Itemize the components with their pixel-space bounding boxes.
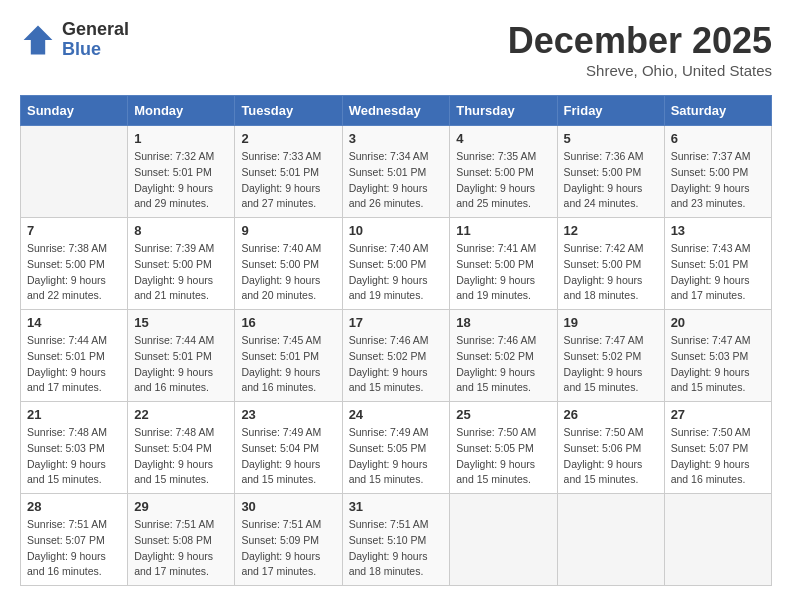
logo: General Blue — [20, 20, 129, 60]
day-info: Sunrise: 7:48 AMSunset: 5:03 PMDaylight:… — [27, 425, 121, 488]
day-number: 13 — [671, 223, 765, 238]
calendar-cell: 7Sunrise: 7:38 AMSunset: 5:00 PMDaylight… — [21, 218, 128, 310]
day-number: 14 — [27, 315, 121, 330]
day-number: 5 — [564, 131, 658, 146]
day-number: 12 — [564, 223, 658, 238]
day-number: 28 — [27, 499, 121, 514]
calendar-cell: 1Sunrise: 7:32 AMSunset: 5:01 PMDaylight… — [128, 126, 235, 218]
calendar-cell: 28Sunrise: 7:51 AMSunset: 5:07 PMDayligh… — [21, 494, 128, 586]
day-number: 18 — [456, 315, 550, 330]
calendar-cell: 10Sunrise: 7:40 AMSunset: 5:00 PMDayligh… — [342, 218, 450, 310]
day-number: 22 — [134, 407, 228, 422]
day-info: Sunrise: 7:46 AMSunset: 5:02 PMDaylight:… — [349, 333, 444, 396]
calendar-week-row: 1Sunrise: 7:32 AMSunset: 5:01 PMDaylight… — [21, 126, 772, 218]
day-number: 27 — [671, 407, 765, 422]
weekday-header-wednesday: Wednesday — [342, 96, 450, 126]
day-info: Sunrise: 7:51 AMSunset: 5:08 PMDaylight:… — [134, 517, 228, 580]
calendar-cell: 29Sunrise: 7:51 AMSunset: 5:08 PMDayligh… — [128, 494, 235, 586]
day-info: Sunrise: 7:43 AMSunset: 5:01 PMDaylight:… — [671, 241, 765, 304]
calendar-cell: 8Sunrise: 7:39 AMSunset: 5:00 PMDaylight… — [128, 218, 235, 310]
calendar-cell: 22Sunrise: 7:48 AMSunset: 5:04 PMDayligh… — [128, 402, 235, 494]
calendar-table: SundayMondayTuesdayWednesdayThursdayFrid… — [20, 95, 772, 586]
day-info: Sunrise: 7:47 AMSunset: 5:03 PMDaylight:… — [671, 333, 765, 396]
day-info: Sunrise: 7:38 AMSunset: 5:00 PMDaylight:… — [27, 241, 121, 304]
day-info: Sunrise: 7:35 AMSunset: 5:00 PMDaylight:… — [456, 149, 550, 212]
day-number: 7 — [27, 223, 121, 238]
day-info: Sunrise: 7:37 AMSunset: 5:00 PMDaylight:… — [671, 149, 765, 212]
day-info: Sunrise: 7:51 AMSunset: 5:09 PMDaylight:… — [241, 517, 335, 580]
calendar-cell: 26Sunrise: 7:50 AMSunset: 5:06 PMDayligh… — [557, 402, 664, 494]
logo-line1: General — [62, 20, 129, 40]
day-number: 23 — [241, 407, 335, 422]
weekday-header-row: SundayMondayTuesdayWednesdayThursdayFrid… — [21, 96, 772, 126]
day-info: Sunrise: 7:50 AMSunset: 5:06 PMDaylight:… — [564, 425, 658, 488]
calendar-cell: 6Sunrise: 7:37 AMSunset: 5:00 PMDaylight… — [664, 126, 771, 218]
day-number: 31 — [349, 499, 444, 514]
calendar-cell: 18Sunrise: 7:46 AMSunset: 5:02 PMDayligh… — [450, 310, 557, 402]
calendar-cell: 17Sunrise: 7:46 AMSunset: 5:02 PMDayligh… — [342, 310, 450, 402]
weekday-header-friday: Friday — [557, 96, 664, 126]
day-number: 24 — [349, 407, 444, 422]
calendar-cell: 4Sunrise: 7:35 AMSunset: 5:00 PMDaylight… — [450, 126, 557, 218]
day-info: Sunrise: 7:50 AMSunset: 5:05 PMDaylight:… — [456, 425, 550, 488]
calendar-cell: 21Sunrise: 7:48 AMSunset: 5:03 PMDayligh… — [21, 402, 128, 494]
location: Shreve, Ohio, United States — [508, 62, 772, 79]
day-number: 4 — [456, 131, 550, 146]
day-number: 3 — [349, 131, 444, 146]
title-block: December 2025 Shreve, Ohio, United State… — [508, 20, 772, 79]
page-header: General Blue December 2025 Shreve, Ohio,… — [20, 20, 772, 79]
day-number: 9 — [241, 223, 335, 238]
day-info: Sunrise: 7:40 AMSunset: 5:00 PMDaylight:… — [241, 241, 335, 304]
weekday-header-tuesday: Tuesday — [235, 96, 342, 126]
calendar-cell — [21, 126, 128, 218]
calendar-cell: 25Sunrise: 7:50 AMSunset: 5:05 PMDayligh… — [450, 402, 557, 494]
calendar-cell: 11Sunrise: 7:41 AMSunset: 5:00 PMDayligh… — [450, 218, 557, 310]
calendar-week-row: 14Sunrise: 7:44 AMSunset: 5:01 PMDayligh… — [21, 310, 772, 402]
calendar-cell: 13Sunrise: 7:43 AMSunset: 5:01 PMDayligh… — [664, 218, 771, 310]
calendar-cell: 2Sunrise: 7:33 AMSunset: 5:01 PMDaylight… — [235, 126, 342, 218]
calendar-cell: 19Sunrise: 7:47 AMSunset: 5:02 PMDayligh… — [557, 310, 664, 402]
calendar-cell: 24Sunrise: 7:49 AMSunset: 5:05 PMDayligh… — [342, 402, 450, 494]
day-info: Sunrise: 7:33 AMSunset: 5:01 PMDaylight:… — [241, 149, 335, 212]
day-number: 26 — [564, 407, 658, 422]
day-info: Sunrise: 7:51 AMSunset: 5:10 PMDaylight:… — [349, 517, 444, 580]
logo-icon — [20, 22, 56, 58]
month-title: December 2025 — [508, 20, 772, 62]
day-info: Sunrise: 7:46 AMSunset: 5:02 PMDaylight:… — [456, 333, 550, 396]
weekday-header-thursday: Thursday — [450, 96, 557, 126]
calendar-cell: 14Sunrise: 7:44 AMSunset: 5:01 PMDayligh… — [21, 310, 128, 402]
day-info: Sunrise: 7:40 AMSunset: 5:00 PMDaylight:… — [349, 241, 444, 304]
day-info: Sunrise: 7:36 AMSunset: 5:00 PMDaylight:… — [564, 149, 658, 212]
calendar-cell — [450, 494, 557, 586]
logo-line2: Blue — [62, 40, 129, 60]
day-number: 25 — [456, 407, 550, 422]
day-info: Sunrise: 7:41 AMSunset: 5:00 PMDaylight:… — [456, 241, 550, 304]
calendar-cell: 16Sunrise: 7:45 AMSunset: 5:01 PMDayligh… — [235, 310, 342, 402]
calendar-cell: 5Sunrise: 7:36 AMSunset: 5:00 PMDaylight… — [557, 126, 664, 218]
day-info: Sunrise: 7:45 AMSunset: 5:01 PMDaylight:… — [241, 333, 335, 396]
day-number: 16 — [241, 315, 335, 330]
day-info: Sunrise: 7:44 AMSunset: 5:01 PMDaylight:… — [27, 333, 121, 396]
day-number: 17 — [349, 315, 444, 330]
calendar-cell — [664, 494, 771, 586]
calendar-cell: 27Sunrise: 7:50 AMSunset: 5:07 PMDayligh… — [664, 402, 771, 494]
calendar-cell: 15Sunrise: 7:44 AMSunset: 5:01 PMDayligh… — [128, 310, 235, 402]
day-number: 30 — [241, 499, 335, 514]
day-info: Sunrise: 7:44 AMSunset: 5:01 PMDaylight:… — [134, 333, 228, 396]
logo-text: General Blue — [62, 20, 129, 60]
day-info: Sunrise: 7:50 AMSunset: 5:07 PMDaylight:… — [671, 425, 765, 488]
day-info: Sunrise: 7:51 AMSunset: 5:07 PMDaylight:… — [27, 517, 121, 580]
day-number: 15 — [134, 315, 228, 330]
day-number: 21 — [27, 407, 121, 422]
day-info: Sunrise: 7:49 AMSunset: 5:04 PMDaylight:… — [241, 425, 335, 488]
calendar-cell: 12Sunrise: 7:42 AMSunset: 5:00 PMDayligh… — [557, 218, 664, 310]
day-number: 19 — [564, 315, 658, 330]
calendar-cell: 31Sunrise: 7:51 AMSunset: 5:10 PMDayligh… — [342, 494, 450, 586]
day-number: 29 — [134, 499, 228, 514]
calendar-cell: 23Sunrise: 7:49 AMSunset: 5:04 PMDayligh… — [235, 402, 342, 494]
weekday-header-saturday: Saturday — [664, 96, 771, 126]
day-info: Sunrise: 7:47 AMSunset: 5:02 PMDaylight:… — [564, 333, 658, 396]
day-info: Sunrise: 7:34 AMSunset: 5:01 PMDaylight:… — [349, 149, 444, 212]
day-info: Sunrise: 7:49 AMSunset: 5:05 PMDaylight:… — [349, 425, 444, 488]
calendar-cell — [557, 494, 664, 586]
